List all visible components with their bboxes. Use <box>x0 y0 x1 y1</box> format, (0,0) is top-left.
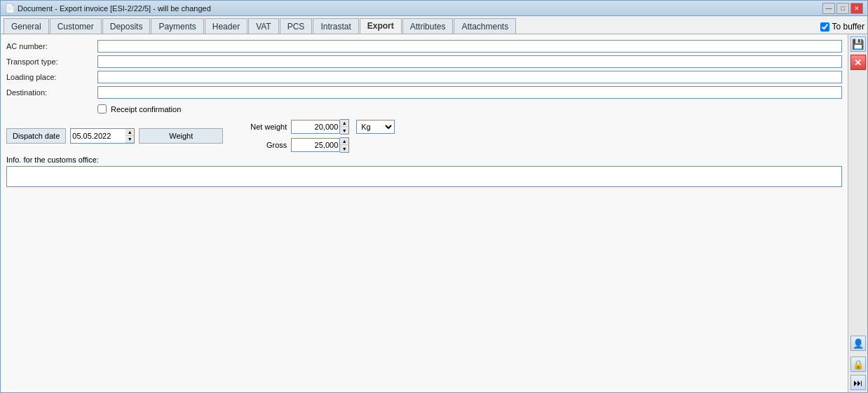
gross-weight-down[interactable]: ▼ <box>340 145 348 152</box>
net-weight-up[interactable]: ▲ <box>340 120 348 127</box>
tab-vat[interactable]: VAT <box>248 18 279 34</box>
net-weight-input-wrap: ▲ ▼ <box>291 119 349 135</box>
user-button[interactable]: 👤 <box>850 336 866 351</box>
navigate-icon: ⏭ <box>853 378 862 388</box>
gross-weight-input[interactable] <box>291 138 340 152</box>
title-bar: 📄 Document - Export invoice [ESI-2/22/5]… <box>1 1 867 16</box>
tab-general[interactable]: General <box>4 18 49 34</box>
date-up-arrow[interactable]: ▲ <box>126 129 134 136</box>
main-area: AC number: Transport type: Loading place… <box>1 34 867 392</box>
tab-intrastat[interactable]: Intrastat <box>313 18 358 34</box>
delete-icon: ✕ <box>854 57 862 68</box>
tab-deposits[interactable]: Deposits <box>102 18 151 34</box>
net-weight-spinner: ▲ ▼ <box>340 119 349 135</box>
content-area: AC number: Transport type: Loading place… <box>1 34 848 392</box>
ac-number-label: AC number: <box>6 42 97 50</box>
net-weight-row: Net weight ▲ ▼ Kg lb t <box>241 119 395 135</box>
navigate-button[interactable]: ⏭ <box>850 375 866 390</box>
customs-info-textarea[interactable] <box>6 166 842 187</box>
lock-button[interactable]: 🔒 <box>850 357 866 372</box>
weight-button[interactable]: Weight <box>139 128 223 144</box>
receipt-confirmation-checkbox[interactable] <box>97 104 107 113</box>
weight-area: Net weight ▲ ▼ Kg lb t <box>241 119 395 153</box>
tab-attachments[interactable]: Attachments <box>454 18 516 34</box>
save-button[interactable]: 💾 <box>850 36 866 52</box>
minimize-button[interactable]: — <box>822 3 835 14</box>
maximize-button[interactable]: □ <box>836 3 849 14</box>
to-buffer-checkbox[interactable] <box>820 22 829 32</box>
date-spinner: ▲ ▼ <box>126 128 135 144</box>
customs-info-label: Info. for the customs office: <box>6 156 842 164</box>
receipt-row: Receipt confirmation <box>97 104 842 113</box>
ac-number-row: AC number: <box>6 40 842 53</box>
window-icon: 📄 <box>5 4 15 13</box>
date-wrap: ▲ ▼ <box>70 128 135 144</box>
window-title: Document - Export invoice [ESI-2/22/5] -… <box>18 4 822 13</box>
tab-customer[interactable]: Customer <box>50 18 102 34</box>
tab-payments[interactable]: Payments <box>151 18 203 34</box>
tab-export[interactable]: Export <box>360 18 402 34</box>
receipt-confirmation-label: Receipt confirmation <box>111 105 181 113</box>
to-buffer-container: To buffer <box>820 22 864 34</box>
loading-place-input[interactable] <box>97 71 842 83</box>
save-icon: 💾 <box>852 39 864 50</box>
main-window: 📄 Document - Export invoice [ESI-2/22/5]… <box>0 0 868 393</box>
tab-attributes[interactable]: Attributes <box>402 18 454 34</box>
tabs-bar: General Customer Deposits Payments Heade… <box>1 16 867 34</box>
destination-row: Destination: <box>6 86 842 99</box>
transport-type-row: Transport type: <box>6 55 842 68</box>
to-buffer-label: To buffer <box>832 22 864 32</box>
dispatch-weight-row: Dispatch date ▲ ▼ Weight Net weight <box>6 119 842 153</box>
gross-weight-input-wrap: ▲ ▼ <box>291 137 349 153</box>
ac-number-input[interactable] <box>97 40 842 53</box>
customs-info-section: Info. for the customs office: <box>6 156 842 187</box>
window-controls: — □ ✕ <box>822 3 863 14</box>
close-button[interactable]: ✕ <box>850 3 863 14</box>
loading-place-label: Loading place: <box>6 73 97 81</box>
delete-button[interactable]: ✕ <box>850 55 866 70</box>
gross-weight-up[interactable]: ▲ <box>340 138 348 145</box>
dispatch-date-input[interactable] <box>70 128 126 144</box>
gross-weight-spinner: ▲ ▼ <box>340 137 349 153</box>
lock-icon: 🔒 <box>853 359 864 370</box>
tab-header[interactable]: Header <box>205 18 247 34</box>
net-weight-input[interactable] <box>291 120 340 134</box>
destination-input[interactable] <box>97 86 842 99</box>
transport-type-input[interactable] <box>97 55 842 68</box>
net-weight-down[interactable]: ▼ <box>340 127 348 134</box>
weight-unit-select[interactable]: Kg lb t <box>356 120 395 134</box>
tab-pcs[interactable]: PCS <box>280 18 313 34</box>
transport-type-label: Transport type: <box>6 57 97 66</box>
net-weight-label: Net weight <box>241 123 287 131</box>
loading-place-row: Loading place: <box>6 71 842 83</box>
gross-label: Gross <box>241 141 287 149</box>
sidebar: 💾 ✕ 👤 🔒 ⏭ <box>848 34 867 392</box>
destination-label: Destination: <box>6 88 97 97</box>
dispatch-date-button[interactable]: Dispatch date <box>6 128 66 144</box>
gross-weight-row: Gross ▲ ▼ <box>241 137 395 153</box>
date-down-arrow[interactable]: ▼ <box>126 136 134 143</box>
user-icon: 👤 <box>853 338 864 349</box>
